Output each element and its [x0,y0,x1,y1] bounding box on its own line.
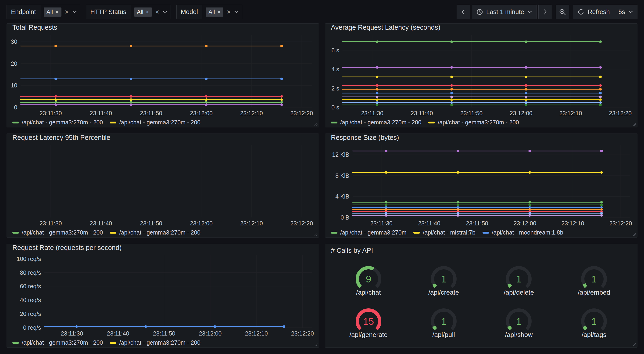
series-point[interactable] [599,98,602,101]
clear-filter-icon[interactable]: × [227,9,231,16]
series-point[interactable] [528,201,531,204]
series-point[interactable] [599,104,602,106]
filter-value-chip[interactable]: All × [44,8,62,17]
series-point[interactable] [456,204,459,206]
series-point[interactable] [54,103,57,106]
series-point[interactable] [599,84,602,87]
series-point[interactable] [385,204,388,206]
series-point[interactable] [205,45,208,47]
filter-http-status-select[interactable]: All × × [130,5,170,19]
refresh-interval-select[interactable]: 5s [614,5,638,19]
series-point[interactable] [600,150,603,152]
series-point[interactable] [385,201,388,204]
series-point[interactable] [280,98,283,101]
series-point[interactable] [376,84,378,87]
series-point[interactable] [130,98,132,101]
series-point[interactable] [130,45,132,47]
series-point[interactable] [130,95,132,98]
series-point[interactable] [599,41,602,43]
series-point[interactable] [599,88,602,91]
series-point[interactable] [205,98,208,101]
series-point[interactable] [54,78,57,80]
panel-title[interactable]: Request Rate (requests per second) [7,244,319,252]
filter-model-select[interactable]: All × × [202,5,242,19]
series-point[interactable] [54,98,57,101]
series-point[interactable] [525,96,528,98]
series-point[interactable] [525,66,528,69]
series-point[interactable] [456,214,459,217]
series-point[interactable] [525,88,528,91]
series-point[interactable] [525,41,528,43]
filter-endpoint-select[interactable]: All × × [40,5,80,19]
series-point[interactable] [130,103,132,106]
series-point[interactable] [528,171,531,174]
series-point[interactable] [525,98,528,101]
panel-resize-handle[interactable] [314,232,318,236]
series-point[interactable] [450,98,453,101]
series-point[interactable] [528,150,531,152]
series-point[interactable] [205,95,208,98]
series-point[interactable] [600,214,603,217]
series-point[interactable] [525,84,528,87]
series-point[interactable] [130,78,132,80]
series-point[interactable] [376,104,378,106]
series-point[interactable] [450,96,453,98]
time-series-chart[interactable]: 23:11:3023:11:4023:11:5023:12:0023:12:10… [7,141,319,229]
series-point[interactable] [600,204,603,206]
series-point[interactable] [280,101,283,104]
series-point[interactable] [205,101,208,104]
series-point[interactable] [376,41,378,43]
series-point[interactable] [600,201,603,204]
time-series-chart[interactable]: 23:11:3023:11:4023:11:5023:12:0023:12:10… [7,252,319,339]
panel-title[interactable]: Response Size (bytes) [325,134,637,141]
clear-filter-icon[interactable]: × [155,9,159,16]
series-point[interactable] [205,78,208,80]
remove-value-icon[interactable]: × [55,9,59,15]
series-point[interactable] [456,201,459,204]
series-point[interactable] [144,325,147,328]
series-point[interactable] [599,66,602,69]
series-point[interactable] [600,171,603,174]
chart-canvas[interactable]: 23:11:3023:11:4023:11:5023:12:0023:12:10… [325,141,637,228]
series-point[interactable] [75,325,78,328]
chart-canvas[interactable]: 23:11:3023:11:4023:11:5023:12:0023:12:10… [325,31,637,118]
series-point[interactable] [525,101,528,104]
legend-item[interactable]: /api/chat - gemma3:270m - 200 [110,229,200,236]
panel-resize-handle[interactable] [314,342,318,346]
legend-item[interactable]: /api/chat - moondream:1.8b [482,229,564,236]
series-point[interactable] [280,78,283,80]
series-point[interactable] [450,92,453,95]
series-point[interactable] [376,101,378,104]
panel-resize-handle[interactable] [632,342,636,346]
panel-title[interactable]: Average Request Latency (seconds) [325,24,637,31]
filter-value-chip[interactable]: All × [206,8,224,17]
series-point[interactable] [599,76,602,78]
series-point[interactable] [450,66,453,69]
series-point[interactable] [450,88,453,91]
series-point[interactable] [385,150,388,152]
series-point[interactable] [214,325,216,328]
series-point[interactable] [54,95,57,98]
series-point[interactable] [54,101,57,104]
remove-value-icon[interactable]: × [217,9,221,15]
time-shift-back-button[interactable] [456,5,470,19]
series-point[interactable] [280,95,283,98]
legend-item[interactable]: /api/chat - gemma3:270m [331,229,406,236]
chart-canvas[interactable]: 23:11:3023:11:4023:11:5023:12:0023:12:10… [7,141,319,228]
series-point[interactable] [599,92,602,95]
legend-item[interactable]: /api/chat - gemma3:270m - 200 [331,119,421,126]
panel-resize-handle[interactable] [314,122,318,126]
series-point[interactable] [450,41,453,43]
legend-item[interactable]: /api/chat - gemma3:270m - 200 [12,339,103,346]
series-point[interactable] [525,76,528,78]
series-point[interactable] [450,84,453,87]
chart-canvas[interactable]: 23:11:3023:11:4023:11:5023:12:0023:12:10… [7,31,319,118]
legend-item[interactable]: /api/chat - gemma3:270m - 200 [12,119,103,126]
series-point[interactable] [385,214,388,217]
series-point[interactable] [376,98,378,101]
legend-item[interactable]: /api/chat - mistral:7b [413,229,475,236]
series-point[interactable] [525,104,528,106]
series-point[interactable] [599,101,602,104]
refresh-button[interactable]: Refresh [573,5,614,19]
legend-item[interactable]: /api/chat - gemma3:270m - 200 [12,229,103,236]
